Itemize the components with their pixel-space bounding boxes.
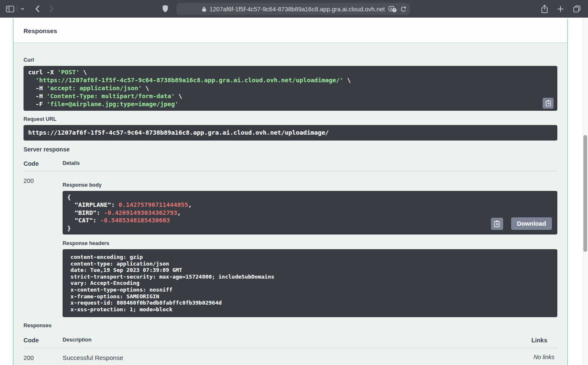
server-response-row: 200 Response body { "AIRPLANE": 0.142757… xyxy=(24,171,557,317)
code-column-header: Code xyxy=(24,337,63,344)
chevron-left-icon xyxy=(35,5,40,13)
server-response-table-header: Code Details xyxy=(24,160,557,171)
responses-table-header: Code Description Links xyxy=(24,337,557,348)
response-code: 200 xyxy=(24,348,63,361)
scrollbar-track[interactable] xyxy=(583,18,588,365)
response-description: Successful Response xyxy=(63,348,503,361)
sidebar-toggle-button[interactable] xyxy=(6,5,14,13)
urlbar-actions: A * xyxy=(388,3,407,15)
shield-icon xyxy=(162,5,168,13)
responses-section-title: Responses xyxy=(24,27,57,34)
privacy-shield-button[interactable] xyxy=(162,5,168,13)
share-icon xyxy=(541,5,548,13)
response-headers-code: content-encoding: gzip content-type: app… xyxy=(63,249,557,317)
reload-button[interactable] xyxy=(400,6,407,13)
download-button[interactable]: Download xyxy=(511,217,552,230)
response-body-actions: Download xyxy=(491,217,552,230)
response-body-block: { "AIRPLANE": 0.14275796711444855, "BIRD… xyxy=(63,191,557,235)
share-button[interactable] xyxy=(541,5,548,13)
screen: 1207af6f-1f5f-4c57-9c64-8738b89a16c8.app… xyxy=(0,0,588,365)
description-column-header: Description xyxy=(63,337,503,344)
links-column-header: Links xyxy=(503,337,557,344)
responses-table-row: 200 Successful Response No links xyxy=(24,348,557,361)
request-url-value: https://1207af6f-1f5f-4c57-9c64-8738b89a… xyxy=(24,125,557,141)
curl-label: Curl xyxy=(24,57,557,63)
status-code: 200 xyxy=(24,171,63,317)
copy-curl-button[interactable] xyxy=(543,98,554,109)
operation-block: Responses Curl curl -X 'POST' \ 'https:/… xyxy=(13,19,568,365)
tabs-icon xyxy=(573,5,581,13)
clipboard-copy-icon xyxy=(545,100,551,107)
code-column-header: Code xyxy=(24,160,63,167)
toolbar-left-group xyxy=(6,0,54,18)
lock-icon xyxy=(202,6,207,12)
reload-icon xyxy=(400,6,407,13)
copy-response-button[interactable] xyxy=(491,218,503,230)
new-tab-button[interactable] xyxy=(557,5,564,13)
responses-documentation-label: Responses xyxy=(24,323,557,329)
responses-section-header: Responses xyxy=(13,19,567,42)
request-url-label: Request URL xyxy=(24,116,557,123)
curl-code: curl -X 'POST' \ 'https://1207af6f-1f5f-… xyxy=(24,66,557,111)
server-response-label: Server response xyxy=(24,146,557,153)
toolbar-right-group xyxy=(541,0,581,18)
forward-button[interactable] xyxy=(49,5,54,13)
url-text: 1207af6f-1f5f-4c57-9c64-8738b89a16c8.app… xyxy=(210,6,385,13)
browser-toolbar: 1207af6f-1f5f-4c57-9c64-8738b89a16c8.app… xyxy=(0,0,588,18)
response-details-cell: Response body { "AIRPLANE": 0.1427579671… xyxy=(63,171,557,317)
toolbar-divider xyxy=(17,5,17,12)
tab-overview-button[interactable] xyxy=(573,5,581,13)
url-bar[interactable]: 1207af6f-1f5f-4c57-9c64-8738b89a16c8.app… xyxy=(176,3,410,15)
translate-button[interactable]: A * xyxy=(388,6,397,13)
translate-icon: A * xyxy=(388,6,397,13)
sidebar-icon xyxy=(6,5,14,13)
details-column-header: Details xyxy=(63,160,557,167)
chevron-right-icon xyxy=(49,5,54,13)
response-body-code: { "AIRPLANE": 0.14275796711444855, "BIRD… xyxy=(63,191,557,235)
page-content: Responses Curl curl -X 'POST' \ 'https:/… xyxy=(0,18,588,365)
back-button[interactable] xyxy=(35,5,40,13)
curl-block: curl -X 'POST' \ 'https://1207af6f-1f5f-… xyxy=(24,66,557,111)
scrollbar-thumb[interactable] xyxy=(583,135,587,252)
chevron-down-icon xyxy=(21,8,24,10)
response-links: No links xyxy=(503,348,557,361)
response-headers-label: Response headers xyxy=(63,240,557,247)
operation-body: Curl curl -X 'POST' \ 'https://1207af6f-… xyxy=(13,57,567,361)
sidebar-dropdown-button[interactable] xyxy=(21,8,24,10)
clipboard-copy-icon xyxy=(494,220,500,227)
response-body-label: Response body xyxy=(63,182,557,188)
plus-icon xyxy=(557,5,564,13)
